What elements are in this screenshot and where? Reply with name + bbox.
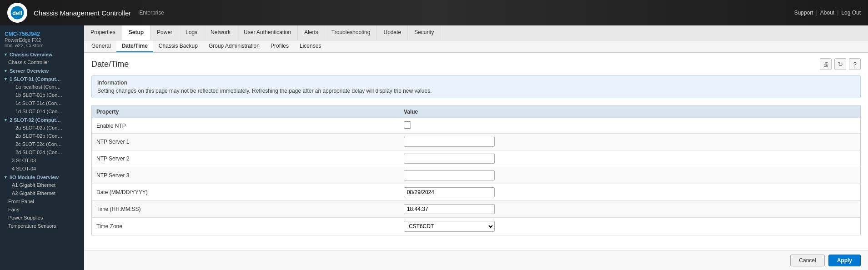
cancel-button[interactable]: Cancel [790,255,824,266]
dell-logo: dell [7,3,27,23]
sidebar-item-fans[interactable]: Fans [0,205,84,214]
val-ntp-server1 [399,134,861,150]
sidebar-item-label: I/O Module Overview [10,175,59,180]
sidebar-item-front-panel[interactable]: Front Panel [0,197,84,205]
help-button[interactable]: ? [849,58,861,70]
header-actions: Support | About | Log Out [794,10,861,16]
sidebar-item-slot03[interactable]: 3 SLOT-03 [0,156,84,165]
edition-label: Enterprise [139,10,164,16]
tab-security[interactable]: Security [408,25,441,40]
tab-alerts[interactable]: Alerts [298,25,325,40]
page-title: Date/Time [91,60,820,69]
tab-user-authentication[interactable]: User Authentication [237,25,298,40]
device-model: PowerEdge FX2 [5,37,80,43]
about-link[interactable]: About [820,10,834,16]
val-time [399,201,861,218]
val-ntp-server2 [399,150,861,167]
time-input[interactable] [404,204,495,214]
subtab-datetime[interactable]: Date/Time [116,40,153,52]
prop-ntp-server2: NTP Server 2 [92,150,399,167]
sidebar-item-2c[interactable]: 2c SLOT-02c (Con… [0,140,84,148]
timezone-select[interactable]: CST6CDT UTC EST5EDT PST8PDT MST7MDT HST … [404,221,495,232]
prop-ntp-server1: NTP Server 1 [92,134,399,150]
sidebar-item-1b[interactable]: 1b SLOT-01b (Con… [0,91,84,99]
divider2: | [837,10,838,16]
tab-power[interactable]: Power [151,25,179,40]
ntp-server2-input[interactable] [404,154,495,164]
table-row: NTP Server 1 [92,134,861,150]
sidebar-item-slot02[interactable]: ▼ 2 SLOT-02 (Comput… [0,115,84,124]
ntp-server3-input[interactable] [404,170,495,180]
table-row: Time (HH:MM:SS) [92,201,861,218]
tab-logs[interactable]: Logs [179,25,204,40]
col-value: Value [399,106,861,118]
tab-update[interactable]: Update [377,25,408,40]
sidebar-item-2b[interactable]: 2b SLOT-02b (Con… [0,132,84,140]
content-area: Date/Time 🖨 ↻ ? Information Setting chan… [84,53,868,250]
tab-setup[interactable]: Setup [122,25,151,40]
sidebar-item-1d[interactable]: 1d SLOT-01d (Con… [0,107,84,115]
sidebar-item-1c[interactable]: 1c SLOT-01c (Con… [0,99,84,107]
subtab-profiles[interactable]: Profiles [265,40,294,52]
subtab-chassis-backup[interactable]: Chassis Backup [153,40,203,52]
val-ntp-server3 [399,167,861,184]
sidebar-item-power-supplies[interactable]: Power Supplies [0,214,84,222]
enable-ntp-checkbox[interactable] [404,121,411,129]
subtab-group-administration[interactable]: Group Administration [203,40,265,52]
app-title: Chassis Management Controller [34,9,131,17]
divider1: | [816,10,818,16]
expand-icon: ▼ [4,52,8,57]
subtab-licenses[interactable]: Licenses [294,40,326,52]
info-box: Information Setting changes on this page… [91,75,861,98]
prop-timezone: Time Zone [92,218,399,235]
table-row: NTP Server 2 [92,150,861,167]
val-date [399,184,861,201]
device-custom: lmc_e22, Custom [5,43,80,48]
sidebar-item-io-overview[interactable]: ▼ I/O Module Overview [0,173,84,181]
sidebar-item-slot04[interactable]: 4 SLOT-04 [0,165,84,173]
sidebar-item-label: 1 SLOT-01 (Comput… [10,76,61,82]
sidebar-section-chassis-overview[interactable]: ▼ Chassis Overview [0,50,84,58]
support-link[interactable]: Support [794,10,813,16]
page-title-row: Date/Time 🖨 ↻ ? [91,58,861,70]
expand-icon: ▼ [4,175,8,180]
header: dell Chassis Management Controller Enter… [0,0,868,25]
sidebar-item-a2[interactable]: A2 Gigabit Ethernet [0,189,84,197]
sidebar-item-slot01[interactable]: ▼ 1 SLOT-01 (Comput… [0,75,84,83]
sidebar-item-2a[interactable]: 2a SLOT-02a (Con… [0,124,84,132]
col-property: Property [92,106,399,118]
sidebar-item-label: Chassis Overview [10,52,52,57]
ntp-server1-input[interactable] [404,137,495,147]
expand-icon: ▼ [4,77,8,81]
print-button[interactable]: 🖨 [820,58,832,70]
logout-link[interactable]: Log Out [841,10,861,16]
sidebar-item-chassis-controller[interactable]: Chassis Controller [0,58,84,66]
apply-button[interactable]: Apply [828,255,861,266]
svg-text:dell: dell [12,10,22,16]
top-navigation: Properties Setup Power Logs Network User… [84,25,868,40]
sidebar: CMC-756J942 PowerEdge FX2 lmc_e22, Custo… [0,25,84,270]
page-icon-group: 🖨 ↻ ? [820,58,861,70]
sidebar-item-1a[interactable]: 1a localhost (Com… [0,83,84,91]
date-input[interactable] [404,187,495,197]
subtab-general[interactable]: General [86,40,116,52]
device-name[interactable]: CMC-756J942 [5,31,80,37]
prop-date: Date (MM/DD/YYYY) [92,184,399,201]
sidebar-item-label: Server Overview [10,68,49,74]
refresh-button[interactable]: ↻ [834,58,846,70]
sidebar-item-server-overview[interactable]: ▼ Server Overview [0,66,84,75]
device-info: CMC-756J942 PowerEdge FX2 lmc_e22, Custo… [0,27,84,50]
sidebar-item-a1[interactable]: A1 Gigabit Ethernet [0,181,84,189]
val-enable-ntp [399,118,861,134]
tab-troubleshooting[interactable]: Troubleshooting [325,25,377,40]
prop-enable-ntp: Enable NTP [92,118,399,134]
main-content: Properties Setup Power Logs Network User… [84,25,868,270]
sidebar-item-2d[interactable]: 2d SLOT-02d (Con… [0,148,84,156]
properties-table: Property Value Enable NTP NTP Server 1 [91,105,861,235]
tab-properties[interactable]: Properties [84,25,122,40]
main-layout: CMC-756J942 PowerEdge FX2 lmc_e22, Custo… [0,25,868,270]
sidebar-item-temperature-sensors[interactable]: Temperature Sensors [0,222,84,230]
prop-ntp-server3: NTP Server 3 [92,167,399,184]
tab-network[interactable]: Network [204,25,237,40]
info-text: Setting changes on this page may not be … [97,88,855,94]
